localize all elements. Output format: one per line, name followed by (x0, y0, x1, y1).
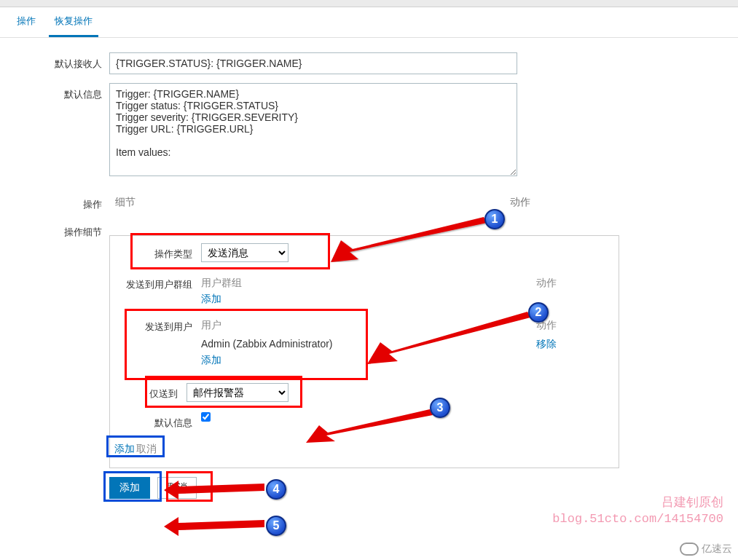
watermark-line2: blog.51cto.com/14154700 (552, 511, 723, 527)
select-media[interactable]: 邮件报警器 (187, 383, 288, 402)
user-value: Admin (Zabbix Administrator) (201, 338, 536, 351)
brand-text: 亿速云 (702, 543, 732, 556)
label-op-type: 操作类型 (110, 243, 201, 261)
label-operation-detail: 操作细节 (7, 221, 109, 468)
operation-details-box: 操作类型 发送消息 发送到用户群组 用户群组 动作 (109, 235, 619, 468)
checkbox-default-msg[interactable] (201, 412, 211, 422)
label-operation: 操作 (7, 193, 109, 212)
tabs: 操作 恢复操作 (0, 7, 738, 38)
cloud-icon (680, 543, 699, 556)
col-action: 动作 (510, 196, 619, 209)
arrow-5 (164, 517, 266, 536)
head-action-2: 动作 (536, 319, 609, 332)
row-default-recipient: 默认接收人 (7, 52, 731, 74)
badge-1: 1 (484, 209, 505, 229)
link-inline-add[interactable]: 添加 (114, 443, 135, 456)
button-add[interactable]: 添加 (109, 477, 150, 499)
link-remove-user[interactable]: 移除 (536, 338, 557, 350)
head-action-1: 动作 (536, 277, 609, 290)
link-inline-cancel[interactable]: 取消 (136, 443, 157, 456)
ops-header: 细节 动作 (109, 193, 619, 212)
head-usergroup: 用户群组 (201, 277, 536, 290)
badge-5: 5 (266, 516, 286, 536)
col-detail: 细节 (115, 196, 510, 209)
button-cancel[interactable]: 取消 (157, 477, 197, 499)
textarea-default-message[interactable]: Trigger: {TRIGGER.NAME} Trigger status: … (109, 83, 517, 176)
badge-4: 4 (266, 479, 286, 500)
link-add-user[interactable]: 添加 (201, 354, 221, 366)
badge-3: 3 (430, 398, 450, 418)
row-operation: 操作 细节 动作 (7, 193, 731, 212)
label-only-send: 仅送到 (110, 383, 187, 401)
label-default-recipient: 默认接收人 (7, 52, 109, 74)
badge-2: 2 (528, 302, 549, 323)
watermark-line1: 吕建钊原创 (552, 495, 723, 511)
input-default-subject[interactable] (109, 52, 517, 74)
label-default-info2: 默认信息 (110, 412, 201, 430)
select-op-type[interactable]: 发送消息 (201, 243, 288, 262)
label-send-user: 发送到用户 (110, 316, 201, 334)
brand-logo: 亿速云 (680, 543, 732, 556)
tab-recovery[interactable]: 恢复操作 (49, 7, 98, 37)
head-user: 用户 (201, 319, 536, 332)
row-default-message: 默认信息 Trigger: {TRIGGER.NAME} Trigger sta… (7, 83, 731, 178)
top-strip (0, 0, 738, 7)
label-default-message: 默认信息 (7, 83, 109, 178)
link-add-group[interactable]: 添加 (201, 293, 221, 304)
watermark: 吕建钊原创 blog.51cto.com/14154700 (552, 495, 723, 527)
tab-operation[interactable]: 操作 (11, 7, 42, 37)
label-send-group: 发送到用户群组 (110, 274, 201, 291)
row-operation-detail: 操作细节 操作类型 发送消息 发送到用户群组 (7, 221, 731, 468)
form: 默认接收人 默认信息 Trigger: {TRIGGER.NAME} Trigg… (0, 38, 738, 506)
svg-marker-4 (164, 517, 264, 536)
